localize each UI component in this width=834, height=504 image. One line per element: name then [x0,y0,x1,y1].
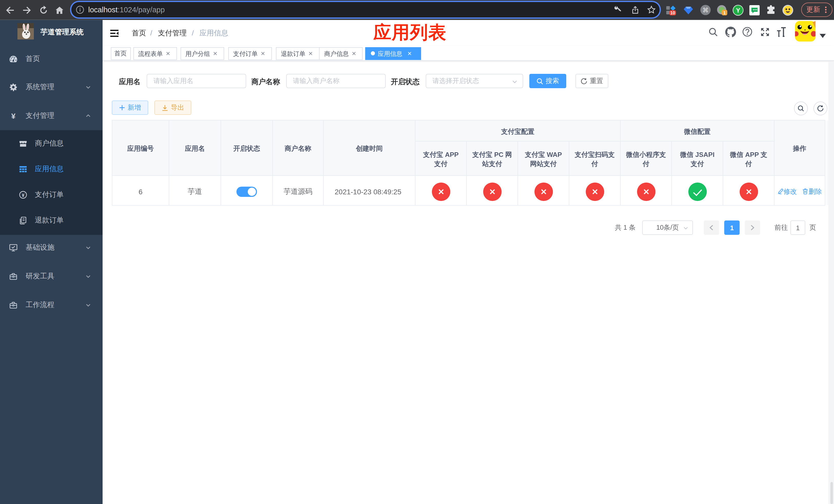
svg-text:Y: Y [736,7,740,14]
svg-text:⌘: ⌘ [702,7,708,14]
svg-text:10: 10 [671,10,675,15]
svg-text:¥: ¥ [11,112,16,120]
svg-text:1: 1 [723,10,725,15]
svg-text:¥: ¥ [22,192,25,198]
